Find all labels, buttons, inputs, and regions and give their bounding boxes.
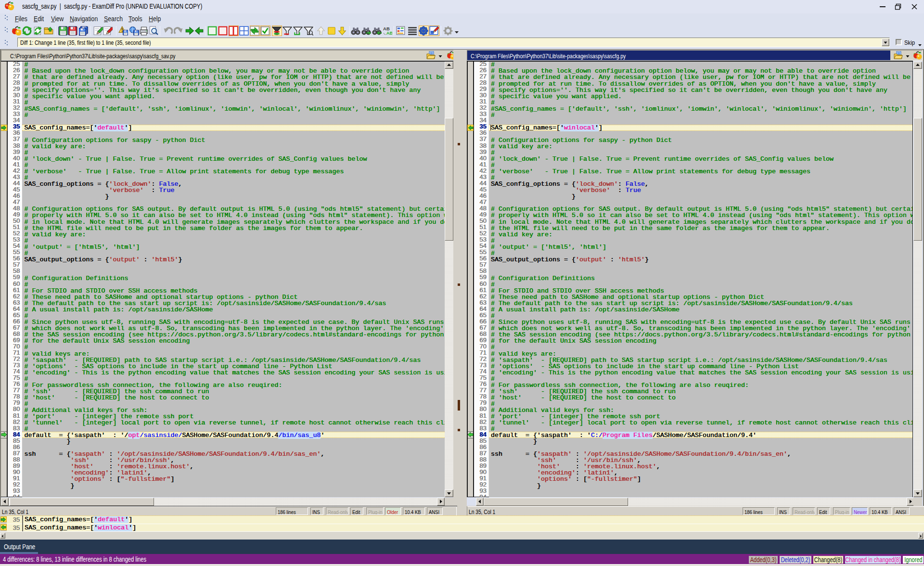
svg-text:AB: AB xyxy=(386,30,392,36)
